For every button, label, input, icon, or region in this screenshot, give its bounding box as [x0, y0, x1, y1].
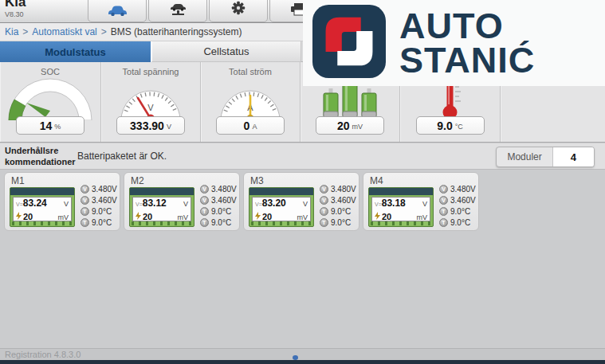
settings-gear-icon: [230, 0, 246, 19]
max-cell-voltage-icon: V: [200, 185, 209, 194]
auto-stanic-logo-text: AUTO STANIĆ: [399, 9, 535, 77]
module-stats: V 3.480V V 3.460V T 9.0°C T 9.0°C: [439, 184, 476, 228]
breadcrumb-link-kia[interactable]: Kia: [5, 26, 18, 37]
stat-row: T 9.0°C: [81, 217, 117, 228]
max-cell-voltage-icon: V: [81, 185, 89, 194]
battery-module-icon: V= 83.18 V 20 mV: [368, 187, 434, 227]
bottom-edge-strip: [0, 360, 605, 364]
max-temperature-icon: T: [439, 207, 448, 216]
module-counter: Moduler 4: [496, 147, 595, 167]
vehicle-diagnostics-icon: [107, 4, 128, 19]
battery-readout: V= 83.12 V 20 mV: [132, 197, 191, 221]
settings-button[interactable]: [209, 0, 268, 22]
battery-readout: V= 83.18 V 20 mV: [371, 197, 430, 221]
module-card-m2[interactable]: M2 V= 83.12 V 20 mV: [124, 172, 240, 231]
min-cell-voltage-icon: V: [439, 196, 448, 205]
module-counter-label: Moduler: [497, 147, 552, 166]
module-name: M3: [250, 175, 264, 186]
stat-row: V 3.460V: [320, 195, 356, 205]
min-temperature-icon: T: [320, 218, 328, 227]
status-bar: Registration 4.8.3.0: [0, 348, 605, 360]
max-temperature-icon: T: [81, 207, 89, 216]
vehicle-lift-button[interactable]: [148, 0, 207, 22]
breadcrumb-separator: >: [22, 26, 28, 37]
breadcrumb-separator: >: [101, 26, 107, 37]
bms-diagnostic-screen: Kia V8.30: [0, 0, 605, 364]
max-temperature-icon: T: [320, 207, 328, 216]
stat-row: T 9.0°C: [439, 206, 476, 217]
temperature-value: 9.0 °C: [416, 116, 485, 135]
battery-module-icon: V= 83.12 V 20 mV: [129, 187, 194, 227]
stat-row: V 3.480V: [200, 184, 237, 194]
min-cell-voltage-icon: V: [200, 196, 209, 205]
module-card-m3[interactable]: M3 V= 83.20 V 20 mV: [243, 172, 359, 231]
soc-value: 14 %: [16, 116, 84, 135]
stat-row: V 3.480V: [439, 184, 476, 194]
module-counter-value: 4: [552, 147, 594, 166]
module-stats: V 3.480V V 3.460V T 9.0°C T 9.0°C: [200, 184, 237, 228]
stat-row: T 9.0°C: [200, 217, 237, 228]
stat-row: V 3.460V: [200, 195, 237, 205]
total-current-value: 0 A: [216, 116, 285, 135]
soc-arc-gauge-icon: [0, 76, 100, 120]
auto-stanic-logo-mark-icon: [312, 5, 386, 81]
maintenance-message: Batteripaketet är OK.: [77, 151, 167, 162]
min-cell-voltage-icon: V: [320, 196, 328, 205]
min-cell-voltage-icon: V: [81, 196, 89, 205]
breadcrumb-link-auto-select[interactable]: Automatiskt val: [32, 26, 96, 37]
gauge-total-current: Total ström A 0 A: [201, 62, 301, 142]
battery-module-icon: V= 83.24 V 20 mV: [10, 187, 75, 227]
maintenance-label: Underhållsre kommendationer: [5, 146, 76, 168]
vehicle-lift-icon: [167, 3, 189, 19]
min-temperature-icon: T: [439, 218, 448, 227]
stat-row: V 3.460V: [439, 195, 476, 205]
module-name: M4: [370, 175, 383, 186]
tab-modulstatus[interactable]: Modulstatus: [0, 41, 151, 62]
software-version: V8.30: [5, 10, 24, 18]
gauge-soc: SOC 14 %: [0, 62, 101, 142]
stat-row: T 9.0°C: [81, 206, 117, 217]
max-cell-voltage-icon: V: [439, 185, 448, 194]
stat-row: T 9.0°C: [439, 217, 476, 228]
module-card-m1[interactable]: M1 V= 83.24 V 20 mV: [4, 172, 120, 231]
module-name: M2: [131, 175, 144, 186]
vehicle-diagnostics-button[interactable]: [88, 0, 147, 22]
stat-row: V 3.480V: [320, 184, 356, 194]
battery-readout: V= 83.20 V 20 mV: [252, 197, 311, 221]
module-card-list: M1 V= 83.24 V 20 mV: [4, 172, 479, 231]
gauge-total-voltage: Total spänning V 333.90 V: [101, 62, 201, 142]
min-temperature-icon: T: [200, 218, 209, 227]
svg-text:V: V: [147, 103, 154, 112]
registration-version: Registration 4.8.3.0: [5, 350, 81, 359]
stat-row: V 3.460V: [81, 195, 117, 205]
battery-readout: V= 83.24 V 20 mV: [13, 197, 72, 221]
tab-cellstatus[interactable]: Cellstatus: [151, 41, 301, 62]
module-card-m4[interactable]: M4 V= 83.18 V 20 mV: [363, 172, 479, 231]
module-name: M1: [11, 175, 25, 186]
stat-row: T 9.0°C: [320, 217, 356, 228]
stat-row: T 9.0°C: [200, 206, 237, 217]
total-voltage-value: 333.90 V: [116, 116, 185, 135]
max-temperature-icon: T: [200, 207, 209, 216]
stat-row: V 3.480V: [81, 184, 117, 194]
cell-balance-value: 20 mV: [316, 116, 384, 135]
module-stats: V 3.480V V 3.460V T 9.0°C T 9.0°C: [81, 184, 117, 228]
auto-stanic-logo: AUTO STANIĆ: [303, 0, 605, 86]
stat-row: T 9.0°C: [320, 206, 356, 217]
module-stats: V 3.480V V 3.460V T 9.0°C T 9.0°C: [320, 184, 356, 228]
maintenance-recommendation-row: Underhållsre kommendationer Batteripaket…: [0, 143, 605, 170]
max-cell-voltage-icon: V: [320, 185, 328, 194]
toolbar: [88, 0, 328, 22]
battery-module-icon: V= 83.20 V 20 mV: [249, 187, 314, 227]
breadcrumb-current-bms: BMS (batterihanteringssystem): [111, 26, 242, 37]
min-temperature-icon: T: [81, 218, 89, 227]
vehicle-title: Kia: [5, 0, 26, 10]
